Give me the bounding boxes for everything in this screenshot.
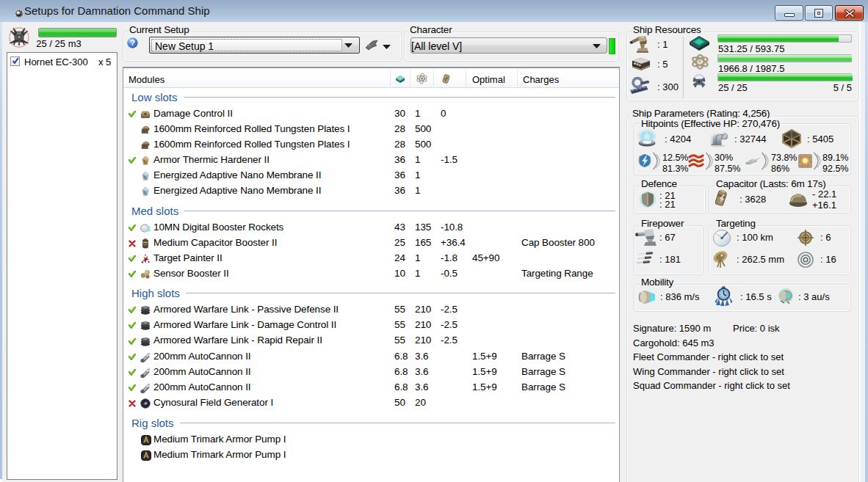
svg-text:?: ? [130,38,135,47]
